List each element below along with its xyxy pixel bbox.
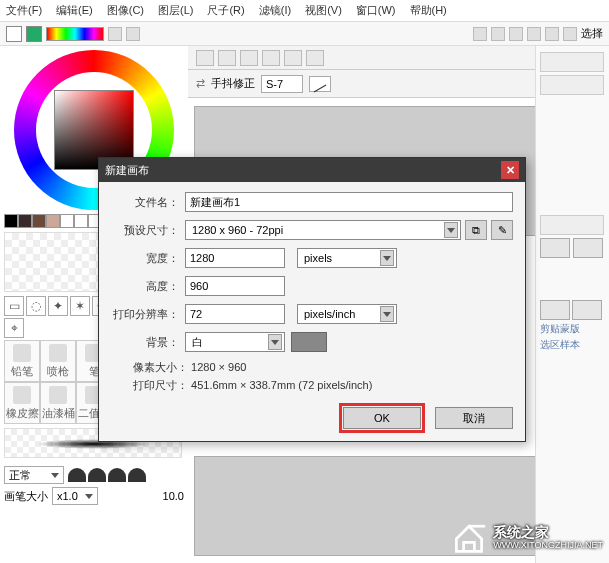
menu-help[interactable]: 帮助(H) xyxy=(410,3,447,18)
layer-toolbar[interactable] xyxy=(540,215,604,235)
panel-btn[interactable] xyxy=(572,300,602,320)
stabilizer-value[interactable]: S-7 xyxy=(261,75,303,93)
width-input[interactable]: 1280 xyxy=(185,248,285,268)
new-canvas-dialog: 新建画布 ✕ 文件名： 新建画布1 预设尺寸： 1280 x 960 - 72p… xyxy=(98,157,526,442)
brush-controls: 正常 画笔大小 x1.0 10.0 xyxy=(0,462,188,512)
menu-edit[interactable]: 编辑(E) xyxy=(56,3,93,18)
print-size-label: 打印尺寸： xyxy=(133,379,188,391)
menu-filter[interactable]: 滤镜(I) xyxy=(259,3,291,18)
sel-btn[interactable] xyxy=(306,50,324,66)
dpi-input[interactable]: 72 xyxy=(185,304,285,324)
width-label: 宽度： xyxy=(111,251,179,266)
panel-btn[interactable] xyxy=(573,238,603,258)
spectrum-bar[interactable] xyxy=(46,27,104,41)
sel-btn[interactable] xyxy=(262,50,280,66)
picker-tool-icon[interactable]: ⌖ xyxy=(4,318,24,338)
bg-label: 背景： xyxy=(111,335,179,350)
brush-shape-buttons xyxy=(68,468,146,482)
nav-preview[interactable] xyxy=(540,75,604,95)
brush-shape-4[interactable] xyxy=(128,468,146,482)
dpi-unit-dropdown[interactable]: pixels/inch xyxy=(297,304,397,324)
brush-shape-1[interactable] xyxy=(68,468,86,482)
chevron-down-icon xyxy=(383,256,391,261)
sel-btn[interactable] xyxy=(284,50,302,66)
ok-button[interactable]: OK xyxy=(343,407,421,429)
chevron-down-icon xyxy=(85,494,93,499)
swatch[interactable] xyxy=(18,214,32,228)
toolbar-btn[interactable] xyxy=(563,27,577,41)
brush-shape-2[interactable] xyxy=(88,468,106,482)
select-label: 选择 xyxy=(581,26,603,41)
brush-mult-dropdown[interactable]: x1.0 xyxy=(52,487,98,505)
chevron-down-icon xyxy=(447,228,455,233)
panel-btn[interactable] xyxy=(540,238,570,258)
menu-file[interactable]: 文件(F) xyxy=(6,3,42,18)
blend-mode-dropdown[interactable]: 正常 xyxy=(4,466,64,484)
lasso-tool-icon[interactable]: ◌ xyxy=(26,296,46,316)
nav-preview[interactable] xyxy=(540,52,604,72)
cancel-button[interactable]: 取消 xyxy=(435,407,513,429)
dialog-title: 新建画布 xyxy=(105,163,149,178)
toolbar-btn[interactable] xyxy=(527,27,541,41)
height-input[interactable]: 960 xyxy=(185,276,285,296)
chevron-down-icon xyxy=(383,312,391,317)
swatch[interactable] xyxy=(4,214,18,228)
filename-input[interactable]: 新建画布1 xyxy=(185,192,513,212)
toolbar-btn[interactable] xyxy=(509,27,523,41)
brush-pencil[interactable]: 铅笔 xyxy=(4,340,40,382)
sel-btn[interactable] xyxy=(196,50,214,66)
menu-image[interactable]: 图像(C) xyxy=(107,3,144,18)
tool-pad-2[interactable] xyxy=(126,27,140,41)
menu-layer[interactable]: 图层(L) xyxy=(158,3,193,18)
unit-dropdown[interactable]: pixels xyxy=(297,248,397,268)
chevron-down-icon xyxy=(271,340,279,345)
spray-tool-icon[interactable]: ✶ xyxy=(70,296,90,316)
filename-label: 文件名： xyxy=(111,195,179,210)
menu-window[interactable]: 窗口(W) xyxy=(356,3,396,18)
menu-bar: 文件(F) 编辑(E) 图像(C) 图层(L) 尺子(R) 滤镜(I) 视图(V… xyxy=(0,0,609,22)
panel-btn[interactable] xyxy=(540,300,570,320)
swatch[interactable] xyxy=(74,214,88,228)
toolbar-btn[interactable] xyxy=(473,27,487,41)
height-label: 高度： xyxy=(111,279,179,294)
chevron-down-icon xyxy=(51,473,59,478)
sel-btn[interactable] xyxy=(240,50,258,66)
preset-tool-1-icon[interactable]: ⧉ xyxy=(465,220,487,240)
brush-eraser[interactable]: 橡皮擦 xyxy=(4,382,40,424)
marquee-tool-icon[interactable]: ▭ xyxy=(4,296,24,316)
selection-sample-label[interactable]: 选区样本 xyxy=(540,338,605,352)
bg-color-preview[interactable] xyxy=(291,332,327,352)
menu-ruler[interactable]: 尺子(R) xyxy=(207,3,244,18)
pixel-size-value: 1280 × 960 xyxy=(191,361,246,373)
preset-dropdown[interactable]: 1280 x 960 - 72ppi xyxy=(185,220,461,240)
brush-bucket[interactable]: 油漆桶 xyxy=(40,382,76,424)
preset-label: 预设尺寸： xyxy=(111,223,179,238)
close-button[interactable]: ✕ xyxy=(501,161,519,179)
dialog-titlebar[interactable]: 新建画布 ✕ xyxy=(99,158,525,182)
bg-dropdown[interactable]: 白 xyxy=(185,332,285,352)
dpi-label: 打印分辨率： xyxy=(111,307,179,322)
clipping-mask-label[interactable]: 剪贴蒙版 xyxy=(540,322,605,336)
wand-tool-icon[interactable]: ✦ xyxy=(48,296,68,316)
hand-correct-label: 手抖修正 xyxy=(211,76,255,91)
swatch[interactable] xyxy=(32,214,46,228)
tool-pad-1[interactable] xyxy=(108,27,122,41)
right-panel: 剪贴蒙版 选区样本 xyxy=(535,46,609,563)
print-size-value: 451.6mm × 338.7mm (72 pixels/inch) xyxy=(191,379,372,391)
preset-tool-2-icon[interactable]: ✎ xyxy=(491,220,513,240)
swatch[interactable] xyxy=(46,214,60,228)
toolbar-btn[interactable] xyxy=(545,27,559,41)
brush-airbrush[interactable]: 喷枪 xyxy=(40,340,76,382)
pixel-size-label: 像素大小： xyxy=(133,361,188,373)
brush-size-value: 10.0 xyxy=(163,490,184,502)
swatch[interactable] xyxy=(60,214,74,228)
brush-size-label: 画笔大小 xyxy=(4,489,48,504)
brush-shape-3[interactable] xyxy=(108,468,126,482)
sel-btn[interactable] xyxy=(218,50,236,66)
fg-color-swatch[interactable] xyxy=(6,26,22,42)
toolbar-btn[interactable] xyxy=(491,27,505,41)
bg-color-swatch[interactable] xyxy=(26,26,42,42)
top-toolbar: 选择 xyxy=(0,22,609,46)
angle-indicator-icon[interactable] xyxy=(309,76,331,92)
menu-view[interactable]: 视图(V) xyxy=(305,3,342,18)
